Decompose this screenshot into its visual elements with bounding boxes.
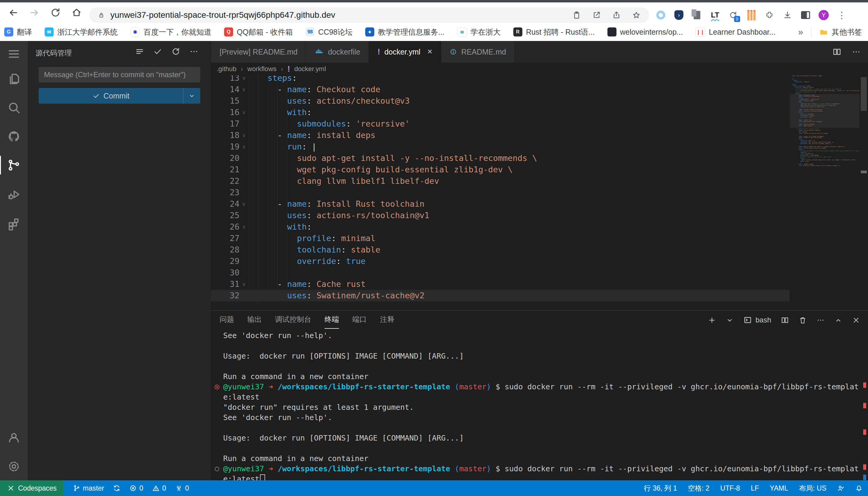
terminal-dropdown-icon[interactable]: [725, 316, 734, 324]
split-editor-icon[interactable]: [833, 47, 841, 56]
fold-chevron-icon[interactable]: ∨: [242, 75, 249, 84]
panel-tab-item[interactable]: 调试控制台: [275, 311, 311, 329]
terminal-line[interactable]: "docker run" requires at least 1 argumen…: [223, 402, 414, 413]
extension-ring-icon[interactable]: [655, 9, 667, 21]
feedback-status[interactable]: [837, 484, 844, 492]
new-terminal-icon[interactable]: [708, 316, 716, 324]
commit-message-input[interactable]: [39, 67, 200, 82]
commit-dropdown-chevron[interactable]: [183, 88, 200, 104]
layout-status[interactable]: 布局: US: [799, 484, 826, 493]
editor-scrollbar[interactable]: [859, 75, 868, 310]
sidebar-item-search[interactable]: [0, 98, 28, 117]
extensions-puzzle-icon[interactable]: [764, 9, 775, 21]
extension-refresh-icon[interactable]: 0: [728, 9, 739, 21]
sidebar-item-extensions[interactable]: [0, 215, 28, 233]
downloads-icon[interactable]: [782, 9, 793, 21]
sidebar-item-github[interactable]: [0, 127, 28, 146]
panel-tab-active[interactable]: 终端: [325, 311, 339, 329]
bookmarks-overflow-chevron[interactable]: »: [798, 27, 803, 37]
ports-status[interactable]: 0: [175, 484, 189, 492]
terminal-line[interactable]: Run a command in a new container: [223, 372, 369, 382]
back-button[interactable]: [6, 6, 20, 19]
breadcrumb-item[interactable]: .github: [216, 65, 237, 73]
url-text[interactable]: yunwei37-potential-space-trout-rpr5qwj66…: [110, 7, 335, 23]
editor-more-icon[interactable]: [852, 47, 861, 56]
code-line[interactable]: 30: [211, 267, 790, 278]
browser-menu-icon[interactable]: ⋮: [836, 9, 848, 21]
commit-button-main[interactable]: Commit: [39, 88, 183, 104]
terminal-line[interactable]: Run a command in a new container: [223, 453, 369, 464]
code-line[interactable]: 16∨ with:: [211, 107, 790, 118]
menu-icon[interactable]: [0, 45, 28, 63]
fold-chevron-icon[interactable]: ∨: [242, 278, 249, 290]
encoding-status[interactable]: UTF-8: [720, 484, 740, 492]
sidebar-item-source-control[interactable]: [0, 156, 28, 174]
code-line[interactable]: 19∨ run: |: [211, 141, 790, 153]
sidebar-item-run-debug[interactable]: [0, 185, 28, 204]
panel-tab-item[interactable]: 注释: [380, 311, 394, 329]
code-line[interactable]: 31∨ - name: Cache rust: [211, 278, 790, 290]
breadcrumb-item[interactable]: docker.yml: [294, 65, 326, 73]
terminal-line[interactable]: @yunwei37 ➜ /workspaces/libbpf-rs-starte…: [223, 464, 859, 474]
code-line[interactable]: 14∨ - name: Checkout code: [211, 84, 790, 95]
tab--preview-readme-md[interactable]: [Preview] README.md: [211, 41, 306, 63]
code-line[interactable]: 18∨ - name: install deps: [211, 129, 790, 141]
code-line[interactable]: 17 submodules: 'recursive': [211, 118, 790, 129]
code-line[interactable]: 20 sudo apt-get install -y --no-install-…: [211, 153, 790, 164]
indentation-status[interactable]: 空格: 2: [688, 484, 710, 493]
code-line[interactable]: 28 toolchain: stable: [211, 244, 790, 255]
extension-pages-icon[interactable]: [691, 9, 703, 21]
eol-status[interactable]: LF: [751, 484, 759, 492]
extension-shield-icon[interactable]: ›: [673, 9, 685, 21]
code-line[interactable]: 21 wget pkg-config build-essential zlib1…: [211, 164, 790, 175]
profile-avatar[interactable]: Y: [818, 9, 829, 21]
bookmark-item[interactable]: G翻译: [4, 27, 32, 37]
notifications-status[interactable]: [855, 484, 863, 492]
account-icon[interactable]: [0, 428, 28, 447]
extension-bars-icon[interactable]: [746, 9, 757, 21]
editor-scrollbar-slider[interactable]: [861, 77, 867, 111]
other-bookmarks-button[interactable]: 其他书签: [819, 27, 862, 37]
maximize-panel-icon[interactable]: [834, 316, 842, 324]
code-line[interactable]: 27 profile: minimal: [211, 233, 790, 244]
bookmark-item[interactable]: ✉浙江大学邮件系统: [45, 27, 118, 37]
tab-readme-md[interactable]: README.md: [441, 41, 515, 63]
bookmark-star-icon[interactable]: [632, 11, 641, 19]
languagetool-icon[interactable]: LT: [709, 9, 721, 21]
scm-more-icon[interactable]: [190, 47, 198, 56]
code-line[interactable]: 22 clang llvm libelf1 libelf-dev: [211, 175, 790, 187]
open-external-icon[interactable]: [592, 11, 601, 19]
bookmark-item[interactable]: weloveinterns/op...: [608, 27, 683, 36]
remote-indicator[interactable]: Codespaces: [0, 480, 64, 496]
code-line[interactable]: 29 override: true: [211, 255, 790, 267]
commit-button[interactable]: Commit: [39, 88, 200, 104]
cursor-position-status[interactable]: 行 36, 列 1: [644, 484, 677, 493]
terminal-line[interactable]: See 'docker run --help'.: [223, 330, 332, 341]
code-line[interactable]: 23: [211, 187, 790, 198]
panel-more-icon[interactable]: [817, 316, 825, 324]
bookmark-item[interactable]: ❋百度一下，你就知道: [130, 27, 211, 37]
sync-status[interactable]: [113, 484, 120, 492]
tab-docker-yml[interactable]: !docker.yml✕: [369, 41, 441, 63]
code-editor[interactable]: 13∨ steps:14∨ - name: Checkout code15 us…: [211, 75, 868, 310]
code-line[interactable]: 13∨ steps:: [211, 75, 790, 84]
close-panel-icon[interactable]: [852, 316, 860, 324]
fold-chevron-icon[interactable]: ∨: [242, 84, 249, 95]
sidebar-toggle-icon[interactable]: [800, 9, 811, 21]
forward-button[interactable]: [28, 6, 41, 19]
language-status[interactable]: YAML: [770, 484, 788, 492]
terminal-line[interactable]: Usage: docker run [OPTIONS] IMAGE [COMMA…: [223, 351, 464, 361]
panel-tab-item[interactable]: 问题: [220, 311, 234, 329]
tab-dockerfile[interactable]: dockerfile: [306, 41, 369, 63]
bookmark-item[interactable]: ✦教学管理信息服务...: [365, 27, 445, 37]
kill-terminal-icon[interactable]: [799, 316, 807, 324]
panel-tab-item[interactable]: 端口: [352, 311, 367, 329]
lock-icon[interactable]: [98, 12, 105, 19]
code-line[interactable]: 32 uses: Swatinem/rust-cache@v2: [211, 290, 790, 301]
terminal-line[interactable]: See 'docker run --help'.: [223, 413, 332, 423]
terminal[interactable]: See 'docker run --help'.Usage: docker ru…: [211, 330, 868, 480]
split-terminal-icon[interactable]: [781, 316, 789, 324]
share-icon[interactable]: [612, 11, 621, 19]
clipboard-icon[interactable]: [572, 11, 581, 19]
fold-chevron-icon[interactable]: ∨: [242, 221, 249, 233]
